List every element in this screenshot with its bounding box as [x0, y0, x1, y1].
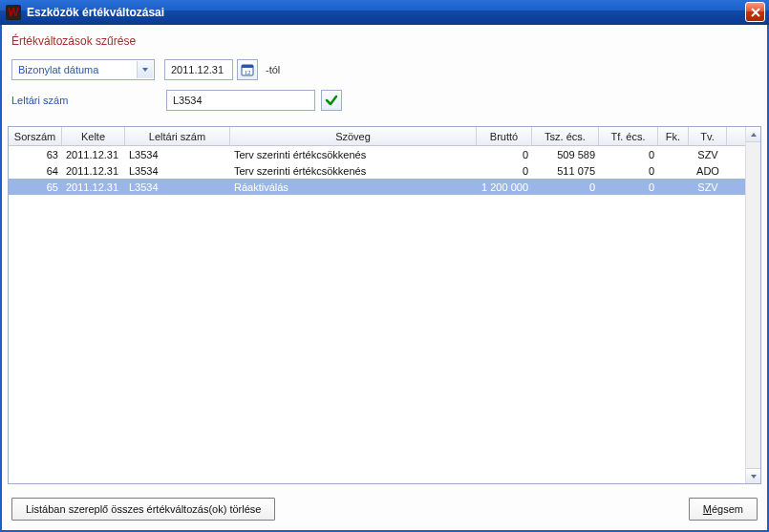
- col-brutto[interactable]: Bruttó: [477, 127, 532, 145]
- filter-section-title: Értékváltozások szűrése: [2, 25, 767, 53]
- scroll-down-arrow-icon[interactable]: [746, 468, 760, 483]
- cell-brutto: 0: [477, 165, 532, 177]
- apply-filter-button[interactable]: [321, 90, 342, 111]
- col-tv[interactable]: Tv.: [689, 127, 727, 145]
- cell-tszecs: 0: [532, 181, 599, 193]
- col-sorszam[interactable]: Sorszám: [9, 127, 62, 145]
- calendar-button[interactable]: 12: [237, 59, 258, 80]
- cell-leltari: L3534: [125, 149, 230, 160]
- table-body: 632011.12.31L3534Terv szerinti értékcsök…: [9, 146, 760, 483]
- cell-kelte: 2011.12.31: [62, 181, 125, 193]
- window-title: Eszközök értékváltozásai: [27, 6, 164, 19]
- date-suffix-label: -tól: [266, 64, 280, 75]
- cell-kelte: 2011.12.31: [62, 165, 125, 177]
- table-row[interactable]: 642011.12.31L3534Terv szerinti értékcsök…: [9, 162, 760, 179]
- delete-all-button[interactable]: Listában szereplő összes értékváltozás(o…: [11, 498, 275, 521]
- app-icon: W: [6, 5, 21, 20]
- inventory-value: L3534: [173, 95, 203, 106]
- cell-tv: ADO: [689, 165, 727, 177]
- svg-rect-1: [242, 65, 253, 68]
- col-leltari[interactable]: Leltári szám: [125, 127, 230, 145]
- chevron-down-icon: [137, 61, 153, 78]
- table-row[interactable]: 652011.12.31L3534Ráaktiválás1 200 00000S…: [9, 179, 760, 195]
- col-kelte[interactable]: Kelte: [62, 127, 125, 145]
- cell-szoveg: Terv szerinti értékcsökkenés: [230, 165, 477, 177]
- inventory-input[interactable]: L3534: [166, 90, 315, 111]
- cell-tszecs: 509 589: [532, 149, 599, 160]
- date-from-value: 2011.12.31: [171, 64, 224, 75]
- cell-szoveg: Ráaktiválás: [230, 181, 477, 193]
- cell-sorszam: 63: [9, 149, 62, 160]
- date-type-combo[interactable]: Bizonylat dátuma: [11, 59, 155, 80]
- scroll-track[interactable]: [746, 142, 760, 468]
- cell-tfecs: 0: [599, 181, 658, 193]
- close-icon: [751, 8, 760, 17]
- footer: Listában szereplő összes értékváltozás(o…: [2, 490, 767, 530]
- cell-leltari: L3534: [125, 165, 230, 177]
- client-area: Értékváltozások szűrése Bizonylat dátuma…: [0, 25, 769, 532]
- col-tszecs[interactable]: Tsz. écs.: [532, 127, 599, 145]
- svg-text:12: 12: [245, 69, 252, 76]
- titlebar: W Eszközök értékváltozásai: [0, 0, 769, 25]
- cell-tv: SZV: [689, 149, 727, 160]
- cell-tv: SZV: [689, 181, 727, 193]
- delete-all-label: Listában szereplő összes értékváltozás(o…: [26, 503, 261, 515]
- col-tfecs[interactable]: Tf. écs.: [599, 127, 658, 145]
- cancel-label: Mégsem: [703, 503, 743, 515]
- col-fk[interactable]: Fk.: [658, 127, 689, 145]
- cell-sorszam: 64: [9, 165, 62, 177]
- cell-szoveg: Terv szerinti értékcsökkenés: [230, 149, 477, 160]
- cell-brutto: 0: [477, 149, 532, 160]
- close-button[interactable]: [745, 2, 765, 22]
- date-type-selected: Bizonylat dátuma: [18, 64, 98, 75]
- date-from-input[interactable]: 2011.12.31: [164, 59, 233, 80]
- cell-tfecs: 0: [599, 149, 658, 160]
- cell-brutto: 1 200 000: [477, 181, 532, 193]
- cancel-button[interactable]: Mégsem: [689, 498, 758, 521]
- calendar-icon: 12: [241, 63, 254, 76]
- table-row[interactable]: 632011.12.31L3534Terv szerinti értékcsök…: [9, 146, 760, 162]
- cell-kelte: 2011.12.31: [62, 149, 125, 160]
- col-szoveg[interactable]: Szöveg: [230, 127, 477, 145]
- cell-tszecs: 511 075: [532, 165, 599, 177]
- cell-leltari: L3534: [125, 181, 230, 193]
- inventory-label: Leltári szám: [11, 95, 166, 106]
- check-icon: [325, 94, 338, 107]
- cell-tfecs: 0: [599, 165, 658, 177]
- cell-sorszam: 65: [9, 181, 62, 193]
- vertical-scrollbar[interactable]: [745, 127, 760, 483]
- scroll-up-arrow-icon[interactable]: [746, 127, 760, 142]
- filters-panel: Bizonylat dátuma 2011.12.31 12 -tól: [2, 53, 767, 126]
- table-header: Sorszám Kelte Leltári szám Szöveg Bruttó…: [9, 127, 760, 146]
- table: Sorszám Kelte Leltári szám Szöveg Bruttó…: [8, 126, 761, 484]
